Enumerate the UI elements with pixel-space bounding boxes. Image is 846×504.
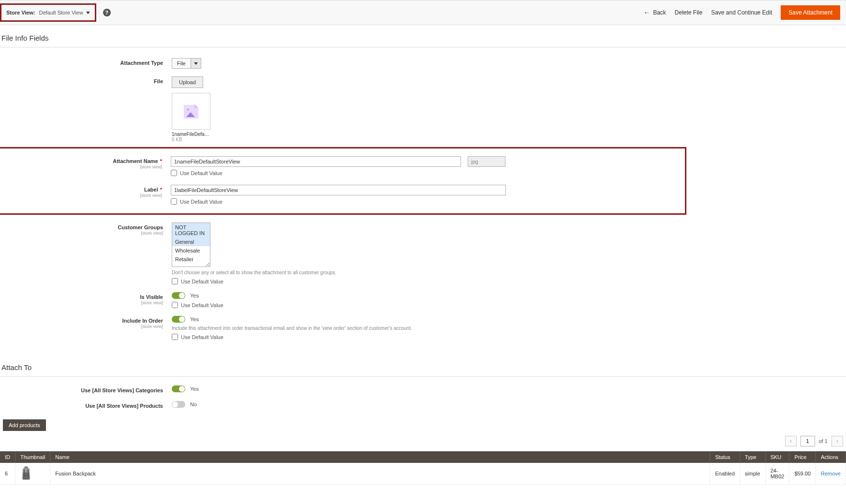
row-customer-groups: Customer Groups [store view] NOT LOGGED …: [0, 219, 846, 288]
label-use-categories: Use [All Store Views] Categories: [0, 385, 172, 393]
col-name[interactable]: Name: [50, 451, 710, 463]
label-customer-groups: Customer Groups [store view]: [0, 222, 172, 236]
back-button[interactable]: ← Back: [643, 9, 666, 16]
toolbar-left: Store View: Default Store View ?: [0, 3, 111, 22]
chevron-down-icon: [86, 12, 90, 14]
label-is-visible: Is Visible [store view]: [0, 292, 172, 305]
label-file: File: [0, 76, 172, 84]
multiselect-option[interactable]: General: [172, 237, 210, 246]
back-arrow-icon: ←: [643, 9, 650, 16]
cell-status: Enabled: [710, 463, 740, 485]
store-view-scope: Store View: Default Store View: [0, 3, 96, 22]
multiselect-option[interactable]: NOT LOGGED IN: [172, 223, 210, 237]
use-default-checkbox[interactable]: [171, 170, 177, 176]
use-default-label[interactable]: Use Default Value: [171, 198, 509, 205]
use-default-checkbox[interactable]: [171, 198, 177, 205]
page-input[interactable]: [801, 436, 815, 446]
table-header-row: ID Thumbnail Name Status Type SKU Price …: [0, 451, 846, 463]
label-attachment-name: Attachment Name* [store view]: [0, 156, 171, 169]
label-input[interactable]: [171, 185, 506, 195]
file-thumbnail[interactable]: [172, 93, 210, 130]
col-price[interactable]: Price: [789, 451, 816, 463]
customer-groups-note: Don't choose any or select all to show t…: [172, 270, 481, 275]
svg-rect-1: [28, 470, 29, 476]
required-icon: *: [160, 158, 162, 164]
col-thumbnail[interactable]: Thumbnail: [15, 451, 50, 463]
prev-page-button[interactable]: ‹: [785, 436, 797, 446]
row-attachment-name: Attachment Name* [store view] jpg Use De…: [0, 153, 685, 179]
next-page-button[interactable]: ›: [831, 436, 843, 446]
add-products-button[interactable]: Add products: [3, 419, 46, 431]
col-type[interactable]: Type: [740, 451, 765, 463]
cell-thumbnail: [15, 463, 50, 485]
help-icon[interactable]: ?: [103, 9, 111, 16]
use-default-is-visible[interactable]: Use Default Value: [172, 302, 510, 308]
use-default-attachment-name[interactable]: Use Default Value: [171, 170, 509, 176]
attachment-name-input[interactable]: [171, 156, 461, 167]
cell-id: 6: [0, 463, 15, 485]
toolbar-right: ← Back Delete File Save and Continue Edi…: [643, 5, 840, 20]
row-is-visible: Is Visible [store view] Yes Use Default …: [0, 288, 846, 312]
label-use-products: Use [All Store Views] Products: [0, 401, 172, 409]
use-default-customer-groups[interactable]: Use Default Value: [172, 278, 510, 284]
file-name: 1nameFileDefaultSto...: [172, 132, 210, 137]
attachment-type-select[interactable]: File: [172, 58, 201, 69]
save-continue-button[interactable]: Save and Continue Edit: [711, 9, 772, 16]
cell-name: Fusion Backpack: [50, 463, 710, 485]
remove-link[interactable]: Remove: [821, 471, 841, 476]
table-row[interactable]: 6 Fusion Backpack Enabled simple 24-MB02…: [0, 463, 846, 485]
col-actions[interactable]: Actions: [816, 451, 846, 463]
use-default-checkbox[interactable]: [172, 278, 178, 284]
cell-price: $59.00: [789, 463, 816, 485]
toggle-value: Yes: [190, 316, 199, 322]
use-products-toggle[interactable]: [172, 401, 185, 408]
store-view-dropdown[interactable]: Default Store View: [39, 10, 90, 15]
cell-actions: Remove: [816, 463, 846, 485]
customer-groups-multiselect[interactable]: NOT LOGGED IN General Wholesale Retailer: [172, 222, 210, 267]
label-label: Label* [store view]: [0, 185, 171, 198]
image-placeholder-icon: [183, 104, 199, 119]
use-categories-toggle[interactable]: [172, 385, 185, 392]
use-default-checkbox[interactable]: [172, 334, 178, 340]
toggle-value: No: [190, 401, 197, 407]
use-default-include-in-order[interactable]: Use Default Value: [172, 334, 510, 340]
include-in-order-toggle[interactable]: [172, 316, 185, 323]
highlighted-fields: Attachment Name* [store view] jpg Use De…: [0, 147, 686, 215]
save-attachment-button[interactable]: Save Attachment: [781, 5, 840, 20]
store-view-label: Store View:: [6, 10, 35, 15]
page-total: of 1: [819, 438, 828, 444]
label-attachment-type: Attachment Type: [0, 58, 172, 66]
svg-rect-0: [24, 470, 25, 476]
is-visible-toggle[interactable]: [172, 292, 185, 299]
col-status[interactable]: Status: [710, 451, 740, 463]
row-use-products: Use [All Store Views] Products No: [0, 397, 846, 413]
use-default-checkbox[interactable]: [172, 302, 178, 308]
chevron-down-icon: [191, 59, 201, 68]
row-label: Label* [store view] Use Default Value: [0, 182, 685, 208]
row-include-in-order: Include In Order [store view] Yes Includ…: [0, 312, 846, 344]
upload-button[interactable]: Upload: [172, 76, 203, 88]
required-icon: *: [160, 187, 162, 193]
toggle-value: Yes: [190, 386, 199, 392]
row-attachment-type: Attachment Type File: [0, 54, 846, 73]
row-use-categories: Use [All Store Views] Categories Yes: [0, 382, 846, 397]
delete-file-button[interactable]: Delete File: [675, 9, 702, 16]
col-sku[interactable]: SKU: [765, 451, 789, 463]
products-grid: ID Thumbnail Name Status Type SKU Price …: [0, 451, 846, 485]
include-in-order-note: Include this attachment into order trans…: [172, 326, 481, 331]
section-title-attach-to: Attach To: [0, 355, 846, 377]
col-id[interactable]: ID: [0, 451, 15, 463]
multiselect-option[interactable]: Wholesale: [172, 246, 210, 255]
toggle-value: Yes: [190, 293, 199, 298]
top-toolbar: Store View: Default Store View ? ← Back …: [0, 0, 846, 25]
multiselect-option[interactable]: Retailer: [172, 255, 210, 264]
pagination: ‹ of 1 ›: [0, 431, 846, 451]
cell-type: simple: [740, 463, 765, 485]
file-size: 5 KB: [172, 137, 210, 142]
row-file: File Upload 1nameFileDefaultSto... 5 KB: [0, 73, 846, 146]
store-view-value: Default Store View: [39, 10, 83, 15]
label-include-in-order: Include In Order [store view]: [0, 316, 172, 329]
backpack-icon: [20, 466, 32, 480]
cell-sku: 24-MB02: [765, 463, 789, 485]
file-preview: 1nameFileDefaultSto... 5 KB: [172, 93, 210, 142]
